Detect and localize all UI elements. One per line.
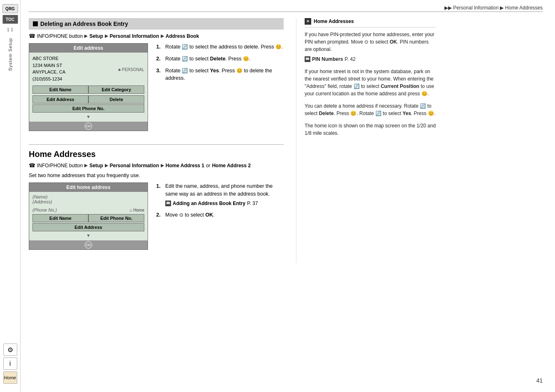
pin-link-icon: 📖	[305, 56, 310, 62]
edit-address-btn[interactable]: Edit Address	[32, 95, 88, 104]
nav-arrow1: ▶	[84, 33, 88, 39]
breadcrumb-section1: Personal Information	[453, 5, 499, 11]
home-ok-circle: OK	[85, 241, 92, 249]
delete-step-2: 2. Rotate 🔄 to select Delete. Press 😊.	[156, 55, 284, 63]
address-line1: ABC STORE	[32, 55, 65, 62]
delete-step-3: 3. Rotate 🔄 to select Yes. Press 😊 to de…	[156, 67, 284, 83]
adding-link-text: Adding an Address Book Entry	[173, 200, 245, 207]
note-para-4: The home icon is shown on the map screen…	[305, 122, 436, 137]
press-icon-3: 😊	[236, 67, 243, 74]
nav-arrow3: ▶	[161, 33, 164, 39]
delete-screen-steps-row: Edit address ABC STORE 1234 MAIN ST ANYP…	[29, 43, 284, 136]
press-icon-note2: 😊	[350, 111, 356, 116]
home-badge: ⌂ Home	[130, 208, 145, 212]
home-edit-phone-btn[interactable]: Edit Phone No.	[88, 214, 144, 222]
home-icon: Home	[4, 375, 16, 380]
screen-body: ABC STORE 1234 MAIN ST ANYPLACE, CA (310…	[29, 53, 148, 122]
home-screen-steps-row: Edit home address (Name) (Address) (Phon…	[29, 182, 284, 255]
edit-name-btn[interactable]: Edit Name	[32, 85, 88, 94]
note-para-2: If your home street is not in the system…	[305, 68, 436, 97]
address-line4: (310)555-1234	[32, 76, 65, 83]
step2-content: Rotate 🔄 to select Delete. Press 😊.	[165, 55, 284, 63]
home-nav-arrow1: ▶	[84, 163, 88, 168]
note-para-3: You can delete a home address if necessa…	[305, 102, 436, 117]
ok-circle: OK	[85, 122, 92, 130]
home-nav-path: ☎ INFO/PHONE button ▶ Setup ▶ Personal I…	[29, 162, 284, 168]
phone-icon: ☎	[29, 33, 35, 39]
home-step2-content: Move ⊙ to select OK.	[165, 211, 284, 219]
heading-square-icon	[33, 21, 38, 26]
info-icon-box[interactable]: i	[3, 357, 17, 370]
left-column: Deleting an Address Book Entry ☎ INFO/PH…	[29, 18, 284, 263]
sidebar-icon-group: ⚙ i Home	[3, 344, 17, 384]
rotate-icon-2: 🔄	[182, 55, 188, 62]
home-screen-body: (Name) (Address) (Phone No.) ⌂ Home Edit…	[29, 192, 148, 240]
qrg-button[interactable]: QRG	[2, 4, 18, 13]
press-icon-note3: 😊	[428, 111, 434, 116]
delete-btn[interactable]: Delete	[88, 95, 144, 104]
home-placeholder-name: (Name)	[32, 194, 144, 199]
home-screen-ok-bar: OK	[29, 240, 148, 249]
toc-button[interactable]: TOC	[2, 15, 18, 24]
settings-icon: ⚙	[7, 346, 13, 354]
delete-section-heading: Deleting an Address Book Entry	[29, 18, 284, 30]
delete-screen-mockup: Edit address ABC STORE 1234 MAIN ST ANYP…	[29, 43, 148, 131]
home-screen-mockup: Edit home address (Name) (Address) (Phon…	[29, 182, 148, 250]
delete-heading-text: Deleting an Address Book Entry	[40, 21, 128, 27]
home-addresses-heading: Home Addresses	[29, 150, 284, 159]
step3-num: 3.	[156, 67, 164, 83]
personal-badge: ♣ PERSONAL	[118, 67, 144, 72]
address-line2: 1234 MAIN ST	[32, 62, 65, 69]
step1-num: 1.	[156, 43, 164, 51]
home-edit-address-btn[interactable]: Edit Address	[32, 223, 144, 231]
home-step-2: 2. Move ⊙ to select OK.	[156, 211, 284, 219]
home-step2-num: 2.	[156, 211, 164, 219]
system-setup-label: System Setup	[8, 38, 13, 71]
home-screen-title: Edit home address	[29, 183, 148, 192]
rotate-icon-3: 🔄	[182, 67, 188, 74]
breadcrumb-arrow1: ▶	[500, 5, 504, 11]
note-section-heading: ✕ Home Addresses	[305, 18, 436, 28]
home-step1-num: 1.	[156, 182, 164, 207]
note-para-1: If you have PIN-protected your home addr…	[305, 31, 436, 63]
page-number: 41	[536, 377, 543, 384]
press-icon-1: 😊	[275, 43, 282, 51]
nav-setup: Setup	[89, 33, 103, 39]
screen-address-row: ABC STORE 1234 MAIN ST ANYPLACE, CA (310…	[32, 55, 144, 84]
address-line3: ANYPLACE, CA	[32, 69, 65, 76]
top-divider	[29, 12, 543, 12]
nav-arrow2: ▶	[105, 33, 108, 39]
home-nav-personal-info: Personal Information	[110, 163, 159, 168]
home-nav-setup: Setup	[89, 163, 103, 168]
home-nav-text1: INFO/PHONE button	[37, 163, 83, 168]
home-placeholder-phone: (Phone No.)	[32, 208, 57, 212]
main-content: ▶▶ Personal Information ▶ Home Addresses…	[21, 0, 555, 392]
toc-numbers: 1 1	[7, 27, 13, 32]
nav-text1: INFO/PHONE button	[37, 33, 83, 39]
press-icon-2: 😊	[243, 55, 249, 62]
move-icon-note: ⊙	[364, 39, 368, 45]
step1-content: Rotate 🔄 to select the address to delete…	[165, 43, 284, 51]
home-intro-text: Set two home addresses that you frequent…	[29, 173, 284, 178]
edit-category-btn[interactable]: Edit Category	[88, 85, 144, 94]
home-buttons-row1: Edit Name Edit Phone No.	[32, 214, 144, 222]
info-icon: i	[9, 360, 11, 367]
delete-step-1: 1. Rotate 🔄 to select the address to del…	[156, 43, 284, 51]
settings-icon-box[interactable]: ⚙	[3, 344, 17, 356]
home-steps: 1. Edit the name, address, and phone num…	[156, 182, 284, 255]
edit-phone-btn[interactable]: Edit Phone No.	[32, 104, 144, 113]
note-heading-text: Home Addresses	[314, 18, 354, 24]
home-nav-arrow3: ▶	[161, 163, 164, 168]
home-nav-addr1: Home Address 1	[166, 163, 204, 168]
press-icon-note: 😊	[421, 91, 428, 97]
phone-icon-2: ☎	[29, 162, 35, 168]
nav-address-book: Address Book	[166, 33, 199, 39]
screen-buttons-row2: Edit Address Delete	[32, 95, 144, 104]
home-icon-box[interactable]: Home	[3, 371, 17, 384]
screen-title: Edit address	[29, 44, 148, 53]
delete-steps: 1. Rotate 🔄 to select the address to del…	[156, 43, 284, 136]
pin-link-text: PIN Numbers	[312, 55, 343, 63]
nav-personal-info: Personal Information	[110, 33, 159, 39]
home-edit-name-btn[interactable]: Edit Name	[32, 214, 88, 222]
breadcrumb: ▶▶ Personal Information ▶ Home Addresses	[444, 5, 543, 11]
